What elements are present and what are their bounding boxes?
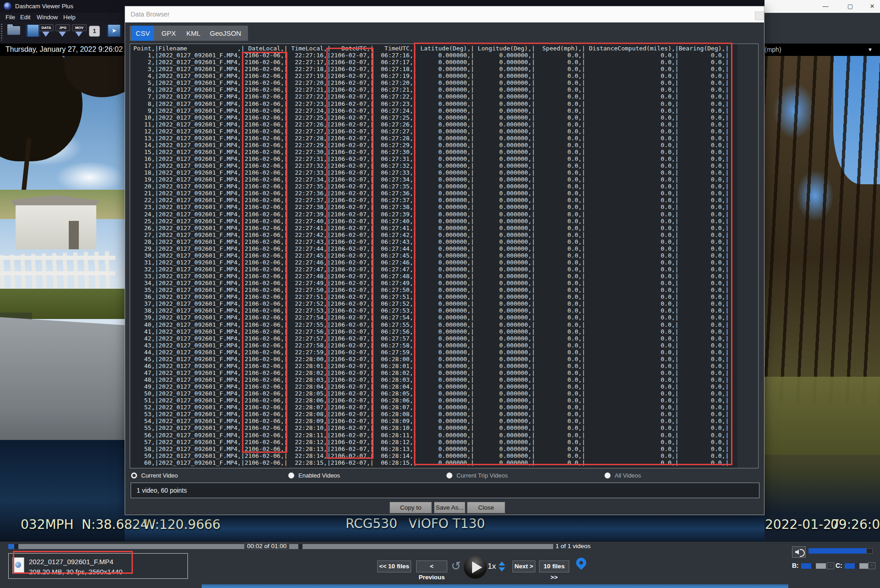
brightness-handle[interactable] <box>811 563 816 569</box>
tab-gpx[interactable]: GPX <box>158 26 179 41</box>
speed-down-arrow-icon[interactable] <box>499 567 505 572</box>
radio-icon <box>605 473 610 478</box>
contrast-reset-button[interactable]: ∶ <box>868 562 875 569</box>
radio-label: All Videos <box>615 472 641 479</box>
speed-up-arrow-icon[interactable] <box>499 561 505 566</box>
previous-button[interactable]: < Previous <box>416 561 447 572</box>
next-button[interactable]: Next > <box>512 561 535 572</box>
radio-icon <box>288 473 294 478</box>
video-edge-strip <box>202 584 788 588</box>
tab-geojson[interactable]: GeoJSON <box>205 26 246 41</box>
video-count-label: 1 of 1 videos <box>556 543 591 550</box>
play-button[interactable] <box>464 556 487 579</box>
contrast-handle[interactable] <box>855 563 859 569</box>
status-text: 1 video, 60 points <box>137 487 187 494</box>
radio-enabled-videos[interactable]: Enabled Videos <box>288 472 340 479</box>
data-badge: DATA <box>39 24 54 31</box>
radio-current-trip-videos[interactable]: Current Trip Videos <box>446 472 508 479</box>
menu-file[interactable]: File <box>6 14 15 21</box>
menu-help[interactable]: Help <box>63 14 76 21</box>
close-button[interactable]: ✕ <box>865 2 879 11</box>
table-scrollbar[interactable] <box>737 44 758 468</box>
jpg-badge: JPG <box>55 24 70 31</box>
dashcam-video-right <box>764 56 880 588</box>
osd-date: 2022-01-27 <box>765 517 840 532</box>
minimize-button[interactable]: — <box>819 2 832 11</box>
volume-handle[interactable] <box>866 548 873 554</box>
fence-rail <box>0 256 116 260</box>
playback-speed-label: 1x <box>488 562 496 571</box>
speaker-wave-icon <box>800 549 805 557</box>
tab-kml[interactable]: KML <box>183 26 204 41</box>
annotation-rect-dateutc <box>326 48 374 459</box>
single-view-button[interactable]: 1 <box>89 26 100 37</box>
fence-rail <box>0 271 116 275</box>
down-arrow-icon <box>42 32 50 37</box>
dashcam-video-left <box>0 56 125 541</box>
close-dialog-button[interactable]: Close <box>467 502 505 513</box>
speed-graph-label-fragment: (mph) <box>764 46 781 53</box>
download-mov-icon[interactable]: MOV <box>72 24 86 37</box>
open-folder-icon[interactable] <box>7 26 20 35</box>
radio-label: Current Video <box>141 472 178 479</box>
speaker-button[interactable] <box>792 546 806 558</box>
dashcam-viewer-screen: Dashcam Viewer Plus — ▢ ✕ File Edit Wind… <box>0 0 880 588</box>
forward-10-files-button[interactable]: 10 files >> <box>539 561 569 572</box>
annotation-rect-datelocal <box>242 52 287 453</box>
brightness-label: B: <box>792 562 799 569</box>
video-timestamp: Thursday, January 27, 2022 9:26:02 AM <box>6 45 135 54</box>
menu-window[interactable]: Window <box>37 14 58 21</box>
progress-marker <box>298 544 302 549</box>
dialog-close-button[interactable] <box>755 11 764 20</box>
map-pin-icon[interactable] <box>574 555 588 570</box>
progress-time-label: 00:02 of 01:00 <box>244 542 289 550</box>
radio-label: Current Trip Videos <box>456 472 508 479</box>
osd-time: 09:26:02 <box>830 517 880 532</box>
progress-fill <box>8 544 14 549</box>
tree-trunks <box>764 56 880 404</box>
down-arrow-icon <box>75 32 82 37</box>
right-panel-strip <box>764 13 880 44</box>
chevron-down-icon[interactable]: ▼ <box>868 47 873 52</box>
annotation-rect-file-info <box>13 551 133 574</box>
osd-model-1: RCG530 <box>346 516 397 531</box>
radio-all-videos[interactable]: All Videos <box>605 472 641 479</box>
cloud <box>55 161 124 193</box>
house <box>16 205 96 249</box>
video-frames-icon[interactable] <box>26 25 40 37</box>
back-10-files-button[interactable]: << 10 files <box>377 561 411 572</box>
toolbar-grip <box>1 24 2 40</box>
tab-csv[interactable]: CSV <box>132 26 154 41</box>
app-icon <box>4 2 11 10</box>
down-arrow-icon <box>59 32 66 37</box>
save-as-button[interactable]: Save As... <box>434 502 465 513</box>
export-video-icon[interactable]: ➤ <box>107 25 121 37</box>
replay-icon[interactable]: ↺ <box>451 559 461 573</box>
speaker-icon <box>795 550 799 555</box>
copy-to-clipboard-button[interactable]: Copy to Clipboard <box>390 502 432 513</box>
dialog-titlebar[interactable]: Data Browser <box>125 6 764 22</box>
mov-badge: MOV <box>72 24 87 31</box>
volume-slider[interactable] <box>808 548 873 554</box>
video-scope-radios: Current Video Enabled Videos Current Tri… <box>125 472 765 481</box>
status-box: 1 video, 60 points <box>131 483 759 498</box>
download-jpg-icon[interactable]: JPG <box>55 24 69 37</box>
osd-latitude: N:38.6824 <box>82 517 148 532</box>
progress-handle[interactable] <box>14 544 18 549</box>
maximize-button[interactable]: ▢ <box>843 2 857 11</box>
download-data-icon[interactable]: DATA <box>39 24 53 37</box>
house-door <box>69 221 79 249</box>
road <box>0 317 125 450</box>
app-title: Dashcam Viewer Plus <box>15 3 73 10</box>
radio-icon <box>446 473 452 478</box>
annotation-rect-gps-columns <box>414 43 732 465</box>
brightness-reset-button[interactable]: ∶ <box>827 562 834 569</box>
contrast-label: C: <box>836 562 842 569</box>
radio-selected-icon <box>131 473 137 478</box>
dialog-title: Data Browser <box>131 11 170 18</box>
radio-label: Enabled Videos <box>298 472 340 479</box>
radio-current-video[interactable]: Current Video <box>131 472 178 479</box>
menu-edit[interactable]: Edit <box>20 14 30 21</box>
grass <box>764 377 880 455</box>
osd-longitude: W:120.9666 <box>143 517 220 532</box>
